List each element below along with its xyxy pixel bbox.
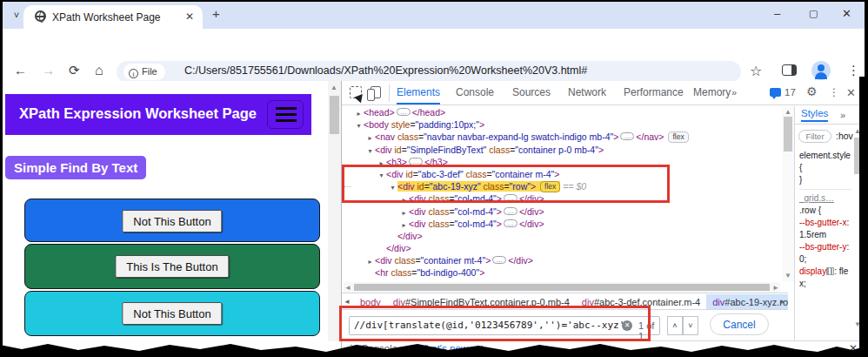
devtools-tab-console[interactable]: Console [456, 81, 494, 104]
dom-tree-row[interactable]: <hr class="bd-indigo-400"> [342, 266, 782, 279]
collapsed-ellipsis-icon[interactable]: … [397, 108, 411, 116]
window-maximize-button[interactable]: ▢ [809, 8, 818, 19]
scrollbar-thumb[interactable] [784, 117, 792, 152]
back-icon[interactable]: ← [14, 63, 27, 77]
dom-token: "SimpleFindByText" [407, 145, 487, 155]
window-minimize-button[interactable]: – [774, 7, 780, 20]
previous-match-button[interactable]: ˄ [667, 316, 683, 335]
web-page: XPath Expression Worksheet Page Simple F… [3, 81, 328, 341]
more-panes-icon[interactable]: » [840, 110, 845, 120]
dom-tree-row[interactable]: ▾<body style="padding:10px;"> [342, 118, 782, 131]
window-close-button[interactable]: ✕ [842, 7, 851, 20]
annotation-box-dom [342, 165, 670, 203]
devtools-kebab-icon[interactable]: ⋮ [829, 86, 839, 98]
page-button[interactable]: This Is The Button [115, 255, 229, 278]
breadcrumb-left-arrow-icon[interactable]: ◄ [344, 298, 351, 306]
dom-token: <body [364, 119, 389, 130]
divider [389, 84, 390, 102]
dom-token: class [388, 267, 411, 278]
devtools-close-icon[interactable]: ✕ [846, 86, 856, 99]
css-rule-line: --bs-gutter-x: 1.5rem [799, 217, 851, 241]
dom-tree-row[interactable]: </div> [342, 242, 782, 254]
url-text[interactable]: C:/Users/851755561/Downloads/XPath%20Exp… [184, 64, 587, 77]
device-toolbar-icon[interactable] [371, 86, 381, 98]
dom-tree-row[interactable]: </div> [342, 230, 782, 242]
dom-tree-row[interactable]: ▸<head>…</head> [342, 106, 782, 118]
dom-token: style [389, 119, 411, 130]
page-scrollbar[interactable]: ▲ [328, 81, 341, 341]
dom-token: "padding:10px;" [416, 119, 479, 130]
dom-token: </div> [519, 206, 544, 217]
styles-header: Styles » [795, 106, 865, 125]
bookmark-star-icon[interactable]: ☆ [750, 63, 762, 79]
browser-menu-kebab-icon[interactable]: ⋮ [847, 63, 860, 78]
dom-token: </nav> [636, 131, 664, 142]
next-match-button[interactable]: ˅ [683, 316, 698, 335]
dom-tree-row[interactable]: ▸<div class="container mt-4">…</div> [342, 254, 782, 266]
page-button[interactable]: Not This Button [122, 210, 222, 232]
dom-tree-row[interactable]: ▸<div class="col-md-4">…</div> [342, 205, 782, 218]
cancel-button[interactable]: Cancel [710, 313, 769, 335]
collapsed-ellipsis-icon[interactable]: … [492, 256, 506, 264]
address-bar[interactable]: iFile C:/Users/851755561/Downloads/XPath… [117, 61, 741, 83]
scroll-right-arrow-icon[interactable]: ► [772, 284, 779, 292]
css-rule-line: } [799, 174, 851, 186]
tab-close-icon[interactable]: ✕ [185, 10, 194, 23]
breadcrumb-item[interactable]: div#abc-19-xyz.row [706, 294, 788, 309]
message-count: 17 [785, 87, 796, 98]
profile-avatar[interactable] [811, 61, 831, 80]
hover-state-toggle[interactable]: :hov [836, 131, 853, 141]
flex-badge[interactable]: flex [668, 131, 688, 143]
frame-edge-top [0, 0, 868, 2]
file-scheme-chip[interactable]: iFile [124, 64, 165, 80]
devtools-tab-sources[interactable]: Sources [512, 81, 551, 104]
dom-vertical-scrollbar[interactable]: ▲ ▼ [782, 106, 794, 282]
settings-gear-icon[interactable]: ⚙ [806, 84, 818, 98]
dom-token: <div [409, 219, 426, 229]
reload-icon[interactable]: ⟳ [69, 63, 80, 78]
scroll-down-arrow-icon[interactable]: ▼ [785, 272, 791, 280]
devtools-tab-performance[interactable]: Performance [624, 81, 684, 104]
section-badge: Simple Find By Text [5, 156, 146, 179]
dom-horizontal-scrollbar[interactable]: ◄ ► [344, 282, 780, 293]
styles-pane: Styles » Filter :hov element.style {}_gr… [794, 106, 865, 340]
scroll-up-arrow-icon[interactable]: ▲ [785, 108, 791, 116]
css-rule-line: display: flex; [799, 266, 851, 290]
devtools-tab-memory[interactable]: Memory [693, 81, 731, 104]
hamburger-menu-button[interactable] [267, 100, 304, 129]
more-tabs-icon[interactable]: » [731, 87, 736, 98]
dom-token: class [395, 131, 418, 142]
css-rules: element.style {}_grid.s….row {--bs-gutte… [799, 150, 851, 290]
dom-tree-row[interactable]: ▾<div id="SimpleFindByText" class="conta… [342, 144, 782, 156]
scroll-up-arrow-icon[interactable]: ▲ [331, 84, 337, 91]
styles-filter-input[interactable]: Filter [798, 130, 831, 143]
collapsed-ellipsis-icon[interactable]: … [504, 219, 517, 227]
flex-editor-icon[interactable] [826, 267, 834, 275]
tab-styles[interactable]: Styles [801, 108, 828, 122]
scroll-left-arrow-icon[interactable]: ◄ [344, 284, 351, 292]
dom-token: "container mt-4" [421, 255, 486, 266]
page-navbar: XPath Expression Worksheet Page [5, 94, 311, 135]
tab-title: XPath Worksheet Page [52, 11, 161, 24]
dom-token: "container p-0 mb-4" [515, 145, 598, 155]
color-panel: Not This Button [24, 291, 320, 336]
page-button[interactable]: Not This Button [122, 302, 222, 325]
devtools-tab-network[interactable]: Network [568, 81, 606, 104]
devtools-tab-elements[interactable]: Elements [397, 81, 440, 104]
dom-tree-row[interactable]: ▸<div class="col-md-4">…</div> [342, 218, 782, 230]
collapsed-ellipsis-icon[interactable]: … [620, 132, 634, 140]
breadcrumb-right-arrow-icon[interactable]: ► [779, 298, 786, 306]
home-icon[interactable]: ⌂ [95, 63, 103, 78]
dom-token: id [392, 145, 402, 155]
page-scrollbar-thumb[interactable] [330, 96, 339, 134]
dom-token: > [479, 119, 484, 130]
new-tab-button[interactable]: + [212, 6, 220, 21]
browser-tab[interactable]: XPath Worksheet Page ✕ [23, 5, 203, 29]
dom-tree-row[interactable]: ▸<nav class="navbar navbar-expand-lg swa… [342, 131, 782, 143]
console-messages-icon[interactable] [770, 88, 781, 97]
inspect-element-icon[interactable] [350, 86, 362, 98]
tab-search-chevron-icon[interactable]: ˅ [8, 6, 25, 24]
scrollbar-thumb[interactable] [354, 284, 770, 291]
collapsed-ellipsis-icon[interactable]: … [504, 207, 517, 215]
side-panel-icon[interactable] [782, 64, 797, 76]
